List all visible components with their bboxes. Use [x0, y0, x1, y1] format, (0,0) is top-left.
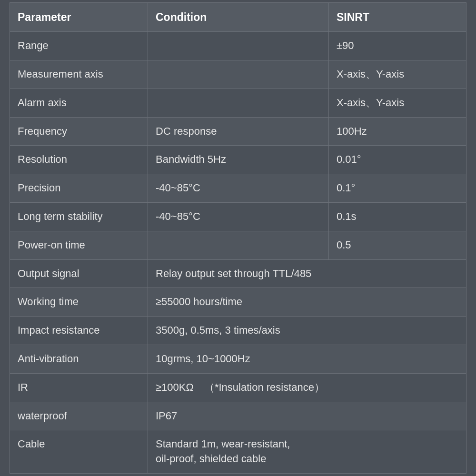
param-cell: Anti-vibration: [10, 345, 148, 373]
value-cell: ±90: [329, 32, 466, 60]
param-cell: Resolution: [10, 146, 148, 174]
param-cell: Power-on time: [10, 231, 148, 259]
value-cell: X-axis、Y-axis: [329, 89, 466, 117]
table-row: Measurement axisX-axis、Y-axis: [10, 60, 466, 89]
condition-cell: [148, 231, 329, 259]
param-cell: Frequency: [10, 118, 148, 146]
table-row: Long term stability-40~85°C0.1s: [10, 203, 466, 231]
header-value: SINRT: [329, 3, 466, 31]
condition-span-cell: 10grms, 10~1000Hz: [148, 345, 466, 373]
table-row: IR≥100KΩ （*Insulation resistance）: [10, 374, 466, 402]
param-cell: Cable: [10, 430, 148, 473]
condition-cell: [148, 89, 329, 117]
table-row: ResolutionBandwidth 5Hz0.01°: [10, 146, 466, 174]
param-cell: IR: [10, 374, 148, 402]
param-cell: Alarm axis: [10, 89, 148, 117]
table-row: Precision-40~85°C0.1°: [10, 174, 466, 203]
param-cell: Working time: [10, 288, 148, 316]
table-row: Power-on time0.5: [10, 231, 466, 260]
value-cell: X-axis、Y-axis: [329, 60, 466, 89]
header-condition: Condition: [148, 3, 329, 31]
value-cell: 0.5: [329, 231, 466, 259]
header-row: Parameter Condition SINRT: [10, 3, 466, 32]
condition-span-cell: Standard 1m, wear-resistant,oil-proof, s…: [148, 430, 466, 473]
param-cell: waterproof: [10, 402, 148, 430]
condition-span-cell: 3500g, 0.5ms, 3 times/axis: [148, 317, 466, 345]
table-row: Impact resistance3500g, 0.5ms, 3 times/a…: [10, 317, 466, 345]
table-row: waterproofIP67: [10, 402, 466, 431]
table-row: Anti-vibration10grms, 10~1000Hz: [10, 345, 466, 374]
condition-cell: Bandwidth 5Hz: [148, 146, 329, 174]
param-cell: Range: [10, 32, 148, 60]
table-row: Output signalRelay output set through TT…: [10, 260, 466, 288]
condition-cell: [148, 32, 329, 60]
condition-cell: -40~85°C: [148, 174, 329, 202]
table-row: CableStandard 1m, wear-resistant,oil-pro…: [10, 430, 466, 473]
condition-cell: [148, 60, 329, 89]
table-row: Range±90: [10, 32, 466, 60]
param-cell: Impact resistance: [10, 317, 148, 345]
condition-line1: Standard 1m, wear-resistant,: [156, 438, 290, 450]
table-row: Alarm axisX-axis、Y-axis: [10, 89, 466, 118]
param-cell: Measurement axis: [10, 60, 148, 89]
condition-span-cell: ≥55000 hours/time: [148, 288, 466, 316]
param-cell: Long term stability: [10, 203, 148, 231]
value-cell: 0.01°: [329, 146, 466, 174]
condition-span-cell: IP67: [148, 402, 466, 430]
header-param: Parameter: [10, 3, 148, 31]
condition-span-cell: Relay output set through TTL/485: [148, 260, 466, 288]
condition-cell: -40~85°C: [148, 203, 329, 231]
condition-span-cell: ≥100KΩ （*Insulation resistance）: [148, 374, 466, 402]
value-cell: 0.1°: [329, 174, 466, 202]
value-cell: 0.1s: [329, 203, 466, 231]
param-cell: Precision: [10, 174, 148, 202]
table-row: Working time≥55000 hours/time: [10, 288, 466, 317]
param-cell: Output signal: [10, 260, 148, 288]
condition-cell: DC response: [148, 118, 329, 146]
table-row: FrequencyDC response100Hz: [10, 118, 466, 146]
spec-table: Parameter Condition SINRT Range±90Measur…: [10, 2, 466, 474]
condition-line2: oil-proof, shielded cable: [156, 453, 266, 465]
value-cell: 100Hz: [329, 118, 466, 146]
